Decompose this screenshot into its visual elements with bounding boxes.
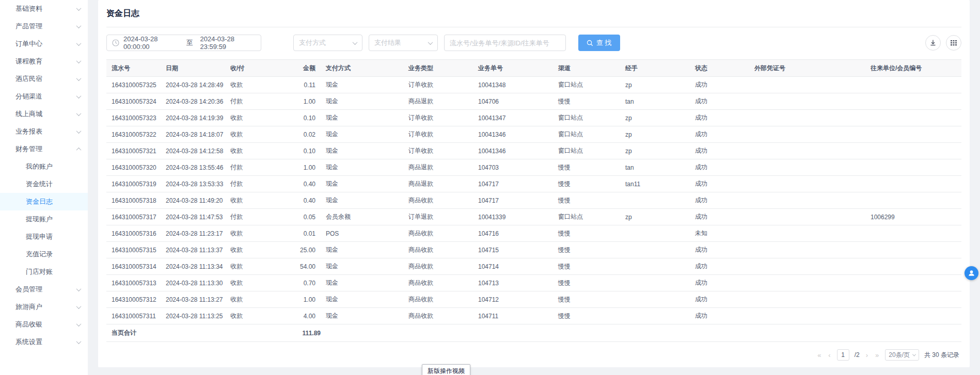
column-header: 往来单位/会员编号 <box>865 60 961 77</box>
table-cell: 2024-03-28 11:47:53 <box>161 209 225 225</box>
sidebar-item-9[interactable]: 我的账户 <box>0 158 88 175</box>
table-cell: 窗口站点 <box>553 110 620 126</box>
table-cell: 2024-03-28 11:13:37 <box>161 242 225 258</box>
last-page-button[interactable]: » <box>874 351 880 359</box>
table-cell <box>865 159 961 176</box>
page-size-select[interactable]: 20条/页 <box>885 349 919 361</box>
customer-service-fab[interactable] <box>965 266 978 280</box>
chevron-down-icon <box>76 6 82 11</box>
sidebar-item-4[interactable]: 酒店民宿 <box>0 70 88 88</box>
table-cell <box>865 143 961 159</box>
table-cell: 收款 <box>225 275 274 291</box>
table-cell: 0.05 <box>274 209 321 225</box>
table-cell: 现金 <box>321 77 403 93</box>
support-icon <box>968 269 975 277</box>
sidebar-item-3[interactable]: 课程教育 <box>0 53 88 70</box>
table-cell <box>749 110 865 126</box>
sidebar-item-label: 财务管理 <box>15 144 77 154</box>
table-cell: 2024-03-28 14:28:49 <box>161 77 225 93</box>
payment-method-select[interactable]: 支付方式 <box>293 35 362 51</box>
video-tutorial-button[interactable]: 新版操作视频 <box>422 364 470 375</box>
payment-result-select[interactable]: 支付结果 <box>369 35 438 51</box>
table-cell: 1643100057313 <box>106 275 161 291</box>
sidebar-item-15[interactable]: 门店对账 <box>0 263 88 281</box>
sidebar-item-10[interactable]: 资金统计 <box>0 175 88 193</box>
sidebar-item-0[interactable]: 基础资料 <box>0 0 88 18</box>
first-page-button[interactable]: « <box>816 351 822 359</box>
chevron-down-icon <box>353 40 358 45</box>
table-row: 16431000573222024-03-28 14:18:07收款0.02现金… <box>106 126 961 143</box>
column-settings-button[interactable] <box>946 35 961 51</box>
sidebar-item-label: 资金统计 <box>26 180 81 189</box>
table-cell: 商品收款 <box>403 275 473 291</box>
sidebar-item-16[interactable]: 会员管理 <box>0 281 88 298</box>
table-cell <box>865 258 961 275</box>
table-cell: tan <box>620 159 690 176</box>
chevron-down-icon <box>76 23 82 28</box>
sidebar-item-14[interactable]: 充值记录 <box>0 246 88 263</box>
table-cell: 付款 <box>225 93 274 110</box>
summary-amount: 111.89 <box>225 330 321 337</box>
table-cell: 104714 <box>473 258 553 275</box>
search-input[interactable] <box>444 35 566 51</box>
table-cell: 10041347 <box>473 110 553 126</box>
page-title: 资金日志 <box>106 0 961 27</box>
sidebar-item-1[interactable]: 产品管理 <box>0 18 88 35</box>
table-cell: tan <box>620 93 690 110</box>
table-cell: 商品退款 <box>403 159 473 176</box>
chevron-down-icon <box>76 58 82 63</box>
chevron-down-icon <box>912 352 916 356</box>
table-cell: 付款 <box>225 209 274 225</box>
table-row: 16431000573202024-03-28 13:55:46付款1.00现金… <box>106 159 961 176</box>
table-cell <box>749 209 865 225</box>
sidebar-item-18[interactable]: 商品收银 <box>0 316 88 333</box>
search-button[interactable]: 查 找 <box>578 35 620 51</box>
table-cell: 1643100057318 <box>106 192 161 209</box>
table-cell <box>749 275 865 291</box>
next-page-button[interactable]: › <box>865 351 869 359</box>
column-header: 业务单号 <box>473 60 553 77</box>
chevron-down-icon <box>428 40 433 45</box>
table-cell: 收款 <box>225 291 274 308</box>
table-cell: 2024-03-28 13:55:46 <box>161 159 225 176</box>
table-cell: 0.70 <box>274 275 321 291</box>
sidebar-item-label: 产品管理 <box>15 22 77 31</box>
current-page-input[interactable]: 1 <box>837 349 849 361</box>
sidebar-item-13[interactable]: 提现申请 <box>0 228 88 246</box>
sidebar-item-8[interactable]: 财务管理 <box>0 140 88 158</box>
sidebar-item-label: 系统设置 <box>15 337 77 347</box>
table-cell: 2024-03-28 11:13:25 <box>161 308 225 324</box>
table-cell: 1643100057321 <box>106 143 161 159</box>
table-cell: 现金 <box>321 143 403 159</box>
table-cell: 2024-03-28 11:13:30 <box>161 275 225 291</box>
table-row: 16431000573152024-03-28 11:13:37收款25.00现… <box>106 242 961 258</box>
sidebar-item-12[interactable]: 提现账户 <box>0 210 88 228</box>
table-cell: 慢慢 <box>553 291 620 308</box>
table-cell: 2024-03-28 14:12:58 <box>161 143 225 159</box>
table-cell: 1643100057311 <box>106 308 161 324</box>
table-cell <box>749 242 865 258</box>
table-cell: 窗口站点 <box>553 77 620 93</box>
table-cell: 收款 <box>225 258 274 275</box>
table-cell: zp <box>620 143 690 159</box>
export-button[interactable] <box>925 35 941 51</box>
sidebar-item-2[interactable]: 订单中心 <box>0 35 88 53</box>
table-cell: 现金 <box>321 192 403 209</box>
chevron-up-icon <box>76 147 82 152</box>
sidebar-item-17[interactable]: 旅游商户 <box>0 298 88 316</box>
grid-icon <box>950 39 957 46</box>
page-summary-row: 当页合计 111.89 <box>106 324 961 342</box>
table-cell: 2024-03-28 11:13:34 <box>161 258 225 275</box>
payment-method-placeholder: 支付方式 <box>299 38 326 47</box>
table-cell <box>749 159 865 176</box>
prev-page-button[interactable]: ‹ <box>827 351 831 359</box>
table-row: 16431000573182024-03-28 11:49:20收款0.40现金… <box>106 192 961 209</box>
sidebar-item-7[interactable]: 业务报表 <box>0 123 88 140</box>
date-range-picker[interactable]: 2024-03-28 00:00:00 至 2024-03-28 23:59:5… <box>106 35 261 51</box>
sidebar-item-19[interactable]: 系统设置 <box>0 333 88 351</box>
sidebar-item-5[interactable]: 分销渠道 <box>0 88 88 105</box>
sidebar-item-6[interactable]: 线上商城 <box>0 105 88 123</box>
sidebar-item-11[interactable]: 资金日志 <box>0 193 88 210</box>
table-cell: 商品收款 <box>403 192 473 209</box>
filter-bar: 2024-03-28 00:00:00 至 2024-03-28 23:59:5… <box>106 27 961 59</box>
